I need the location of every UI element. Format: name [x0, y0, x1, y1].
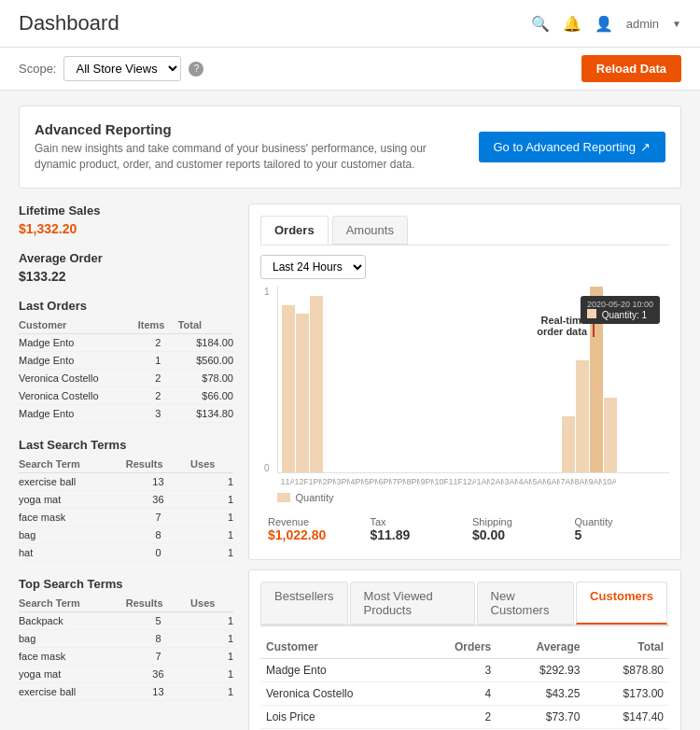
table-row: Lois Price2$73.70$147.40 [260, 705, 669, 728]
lifetime-sales-label: Lifetime Sales [19, 204, 233, 218]
bottom-tabs: BestsellersMost Viewed ProductsNew Custo… [260, 582, 669, 626]
col-search-term-top: Search Term [19, 595, 126, 612]
col-uses: Uses [190, 456, 233, 473]
table-row: bag81 [19, 526, 233, 543]
average-order-label: Average Order [19, 251, 233, 265]
col-total: Total [585, 636, 669, 659]
table-row: yoga mat361 [19, 490, 233, 508]
admin-label[interactable]: admin [626, 17, 659, 31]
legend-color-box [277, 493, 290, 502]
table-row: Veronica Costello2$78.00 [19, 369, 233, 386]
x-label: 3PM [337, 477, 350, 486]
admin-chevron-icon[interactable]: ▼ [672, 19, 681, 29]
lifetime-sales-value: $1,332.20 [19, 221, 233, 236]
adv-reporting-title: Advanced Reporting [35, 121, 427, 137]
chart-panel: Orders Amounts Last 24 Hours 1 0 [248, 204, 681, 560]
average-order-section: Average Order $133.22 [19, 251, 233, 284]
table-row: exercise ball131 [19, 682, 233, 700]
last-orders-title: Last Orders [19, 299, 233, 313]
chart-tabs: Orders Amounts [260, 216, 669, 246]
table-row: exercise ball131 [19, 472, 233, 490]
col-results: Results [126, 456, 190, 473]
x-label: 12PM [295, 477, 308, 486]
table-row: Veronica Costello4$43.25$173.00 [260, 681, 669, 705]
help-icon[interactable]: ? [189, 62, 203, 77]
x-label: 9PM [421, 477, 434, 486]
x-label: 7PM [393, 477, 406, 486]
x-label: 11AM [281, 477, 294, 486]
table-row: yoga mat361 [19, 665, 233, 682]
col-search-term: Search Term [19, 456, 126, 473]
chart-legend: Quantity [277, 492, 669, 503]
last-search-terms-table: Search Term Results Uses exercise ball13… [19, 456, 233, 562]
bar [282, 305, 295, 472]
legend-label: Quantity [296, 492, 334, 503]
col-uses-top: Uses [190, 595, 233, 612]
table-row: Madge Ento3$292.93$878.80 [260, 658, 669, 681]
y-label-bottom: 0 [264, 463, 270, 473]
col-customer: Customer [19, 316, 138, 334]
tooltip-qty: Quantity: 1 [587, 309, 653, 320]
col-results-top: Results [126, 595, 190, 612]
x-label: 2PM [323, 477, 336, 486]
x-label: 10AM [603, 477, 616, 486]
bar [576, 360, 589, 471]
left-column: Lifetime Sales $1,332.20 Average Order $… [19, 204, 233, 730]
last-search-terms-section: Last Search Terms Search Term Results Us… [19, 438, 233, 562]
x-label: 5PM [365, 477, 378, 486]
bar [310, 296, 323, 472]
table-row: Veronica Costello2$66.00 [19, 386, 233, 404]
bar [562, 416, 575, 472]
bell-icon[interactable]: 🔔 [563, 15, 581, 33]
bottom-tab-customers[interactable]: Customers [576, 582, 667, 625]
bottom-tab-most-viewed-products[interactable]: Most Viewed Products [350, 582, 475, 625]
x-label: 10PM [435, 477, 448, 486]
x-label: 9AM [589, 477, 602, 486]
last-orders-section: Last Orders Customer Items Total Madge E… [19, 299, 233, 423]
main-content: Advanced Reporting Gain new insights and… [0, 91, 700, 730]
last-search-terms-title: Last Search Terms [19, 438, 233, 452]
x-label: 12AM [463, 477, 476, 486]
x-label: 8PM [407, 477, 420, 486]
top-search-terms-table: Search Term Results Uses Backpack51bag81… [19, 595, 233, 701]
tab-orders[interactable]: Orders [260, 216, 329, 245]
x-axis-labels: 11AM12PM1PM2PM3PM4PM5PM6PM7PM8PM9PM10PM1… [277, 477, 669, 486]
x-label: 1AM [477, 477, 490, 486]
two-column-layout: Lifetime Sales $1,332.20 Average Order $… [19, 204, 681, 730]
stat-item: Shipping$0.00 [465, 511, 567, 548]
external-link-icon: ↗ [640, 140, 651, 154]
col-items: Items [138, 316, 178, 334]
x-label: 3AM [505, 477, 518, 486]
bar [296, 314, 309, 471]
bottom-tab-new-customers[interactable]: New Customers [477, 582, 574, 625]
bottom-tab-bestsellers[interactable]: Bestsellers [260, 582, 348, 625]
col-customer: Customer [260, 636, 419, 659]
chart-container: 1 0 Real-timeorder data 2020-05-20 10:00 [260, 287, 669, 503]
chart-area: Real-timeorder data 2020-05-20 10:00 Qua… [277, 287, 669, 473]
stat-item: Quantity5 [567, 511, 670, 548]
x-label: 4PM [351, 477, 364, 486]
header: Dashboard 🔍 🔔 👤 admin ▼ [0, 0, 700, 48]
tooltip-date: 2020-05-20 10:00 [587, 300, 653, 309]
adv-reporting-description: Gain new insights and take command of yo… [35, 141, 427, 173]
top-search-terms-title: Top Search Terms [19, 577, 233, 591]
time-range-select[interactable]: Last 24 Hours [260, 255, 366, 279]
table-row: Madge Ento2$184.00 [19, 333, 233, 351]
header-actions: 🔍 🔔 👤 admin ▼ [531, 15, 681, 33]
x-label: 11PM [449, 477, 462, 486]
scope-select[interactable]: All Store Views [63, 56, 181, 81]
x-label: 2AM [491, 477, 504, 486]
go-to-advanced-reporting-button[interactable]: Go to Advanced Reporting ↗ [479, 132, 666, 162]
y-label-top: 1 [264, 287, 270, 297]
x-label: 1PM [309, 477, 322, 486]
page-title: Dashboard [19, 11, 119, 35]
search-icon[interactable]: 🔍 [531, 15, 550, 33]
tab-amounts[interactable]: Amounts [332, 216, 408, 245]
advanced-reporting-panel: Advanced Reporting Gain new insights and… [19, 105, 681, 189]
user-icon: 👤 [595, 15, 613, 33]
right-column: Orders Amounts Last 24 Hours 1 0 [248, 204, 681, 730]
x-label: 7AM [561, 477, 574, 486]
reload-data-button[interactable]: Reload Data [581, 55, 681, 82]
table-row: face mask71 [19, 508, 233, 526]
col-total: Total [178, 316, 233, 334]
